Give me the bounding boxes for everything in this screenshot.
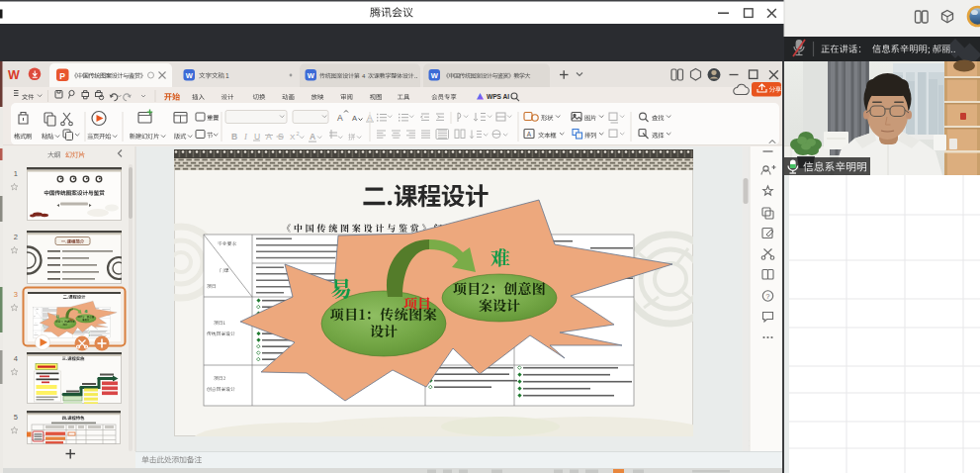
svg-text:W: W <box>186 71 194 80</box>
svg-text:A: A <box>337 113 343 123</box>
svg-text:U: U <box>254 132 260 142</box>
svg-text:?: ? <box>766 293 770 300</box>
svg-text:1: 1 <box>14 169 18 178</box>
svg-text:X: X <box>290 133 296 142</box>
svg-text:2: 2 <box>297 131 300 137</box>
svg-text:4: 4 <box>14 354 18 363</box>
svg-text:1: 1 <box>225 72 229 79</box>
svg-text:2: 2 <box>14 233 18 241</box>
svg-text:W: W <box>8 68 20 82</box>
svg-text:A: A <box>266 132 272 142</box>
svg-text:W: W <box>431 71 439 80</box>
svg-text:5: 5 <box>14 413 18 422</box>
svg-text:3: 3 <box>14 290 18 299</box>
svg-text:W: W <box>308 71 315 80</box>
svg-text:WPS AI: WPS AI <box>487 93 509 100</box>
svg-text:A: A <box>527 131 532 138</box>
svg-text:A: A <box>310 132 315 142</box>
svg-text:B: B <box>231 132 237 142</box>
svg-text:P: P <box>59 71 65 81</box>
svg-text:A: A <box>352 114 357 123</box>
